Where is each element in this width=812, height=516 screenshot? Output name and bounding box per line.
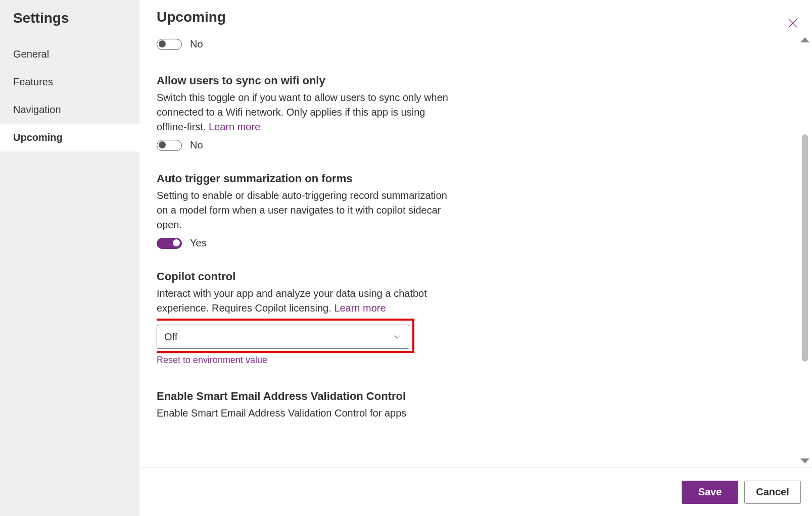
setting-description: Enable Smart Email Address Validation Co… — [157, 406, 510, 421]
page-title: Upcoming — [157, 9, 226, 25]
footer-bar: Save Cancel — [139, 468, 812, 516]
toggle-wifi-sync[interactable] — [157, 140, 182, 151]
sidebar-item-navigation[interactable]: Navigation — [0, 96, 139, 124]
toggle-label: No — [190, 38, 203, 50]
setting-auto-summarization: Auto trigger summarization on forms Sett… — [157, 172, 662, 249]
cancel-button[interactable]: Cancel — [744, 481, 801, 504]
select-value: Off — [164, 331, 177, 343]
sidebar-item-label: General — [13, 48, 49, 60]
sidebar-item-general[interactable]: General — [0, 40, 139, 68]
setting-description: Switch this toggle on if you want to all… — [157, 90, 450, 134]
copilot-select[interactable]: Off — [157, 325, 409, 349]
learn-more-link[interactable]: Learn more — [334, 302, 386, 314]
sidebar-item-label: Upcoming — [13, 132, 63, 143]
chevron-down-icon — [393, 332, 402, 341]
scroll-thumb[interactable] — [802, 134, 808, 362]
close-icon — [787, 17, 799, 29]
setting-wifi-sync: Allow users to sync on wifi only Switch … — [157, 74, 662, 151]
main-panel: Upcoming No Allow users to sync on wifi … — [139, 0, 812, 516]
scroll-down-icon[interactable] — [800, 458, 809, 463]
sidebar-item-label: Features — [13, 76, 53, 87]
toggle-auto-summarization[interactable] — [157, 238, 182, 249]
setting-description: Interact with your app and analyze your … — [157, 286, 450, 316]
toggle-label: No — [190, 139, 203, 151]
setting-copilot-control: Copilot control Interact with your app a… — [157, 270, 662, 366]
toggle-label: Yes — [190, 237, 207, 249]
sidebar-item-label: Navigation — [13, 104, 61, 115]
sidebar-item-features[interactable]: Features — [0, 68, 139, 96]
sidebar-title: Settings — [0, 10, 139, 40]
setting-description: Setting to enable or disable auto-trigge… — [157, 188, 450, 232]
learn-more-link[interactable]: Learn more — [209, 121, 260, 132]
setting-title: Enable Smart Email Address Validation Co… — [157, 390, 662, 403]
scrollbar[interactable] — [798, 33, 812, 468]
setting-title: Copilot control — [157, 270, 662, 283]
setting-smart-email: Enable Smart Email Address Validation Co… — [157, 390, 662, 421]
sidebar-item-upcoming[interactable]: Upcoming — [0, 124, 139, 151]
toggle-unknown[interactable] — [157, 39, 182, 50]
settings-sidebar: Settings General Features Navigation Upc… — [0, 0, 139, 516]
scroll-up-icon[interactable] — [800, 37, 809, 42]
setting-title: Allow users to sync on wifi only — [157, 74, 662, 87]
save-button[interactable]: Save — [682, 481, 738, 504]
setting-unknown-toggle: No — [157, 38, 662, 50]
setting-title: Auto trigger summarization on forms — [157, 172, 662, 185]
reset-environment-link[interactable]: Reset to environment value — [157, 355, 267, 366]
close-button[interactable] — [784, 14, 802, 32]
